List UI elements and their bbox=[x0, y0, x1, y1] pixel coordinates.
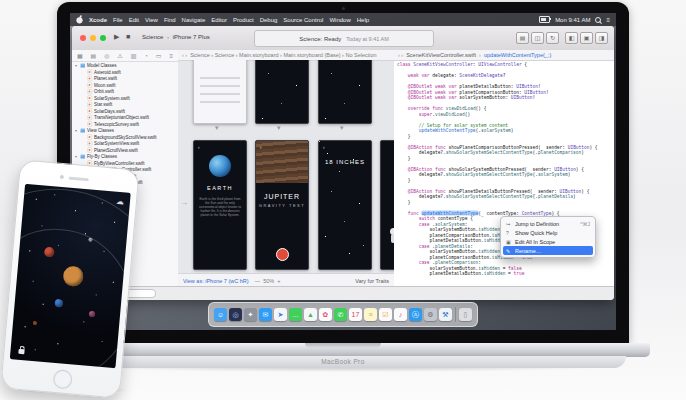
back-chevron-icon[interactable]: ‹ bbox=[323, 144, 325, 150]
storyboard-scene-measure[interactable]: ‹ 18 INCHES bbox=[318, 140, 372, 270]
action-menu-item[interactable]: ✎ Rename… bbox=[503, 246, 593, 255]
earth-title: EARTH bbox=[194, 185, 246, 191]
xcode-icon[interactable]: ⚒ bbox=[439, 308, 452, 321]
menubar-item[interactable]: Product bbox=[230, 17, 257, 23]
notification-center-icon[interactable]: ≡ bbox=[606, 17, 610, 23]
file-name: FlyByViewController.swift bbox=[94, 160, 144, 165]
navigator-tab-icon[interactable]: ◎ bbox=[104, 52, 109, 59]
navigator-tab-icon[interactable]: ▤ bbox=[91, 52, 97, 59]
storyboard-scene-partial-3[interactable] bbox=[318, 60, 372, 124]
notes-icon[interactable]: ≡ bbox=[364, 308, 377, 321]
menubar-item[interactable]: View bbox=[142, 17, 161, 23]
trash-icon[interactable]: ▯ bbox=[459, 308, 472, 321]
menubar-status-area: Mon 9:41 AM ≡ bbox=[539, 16, 610, 23]
file-name: SolarSystem.swift bbox=[94, 95, 130, 100]
ib-breadcrumb[interactable]: Science › Science › Main.storyboard › Ma… bbox=[190, 52, 376, 58]
messages-icon[interactable]: … bbox=[289, 308, 302, 321]
menubar-item[interactable]: Navigate bbox=[179, 17, 209, 23]
breadcrumb-separator-icon: › bbox=[479, 52, 481, 58]
storyboard-scene-partial-2[interactable] bbox=[255, 60, 309, 124]
file-name: Moon.swift bbox=[94, 82, 116, 87]
menubar-item[interactable]: File bbox=[110, 17, 126, 23]
interface-builder: ‹ › Science › Science › Main.storyboard … bbox=[178, 50, 395, 287]
macbook-lid-notch bbox=[305, 343, 381, 348]
stop-button[interactable]: ■ bbox=[126, 33, 130, 40]
vary-for-traits-button[interactable]: Vary for Traits bbox=[355, 278, 389, 284]
disclosure-triangle-icon[interactable]: ▾ bbox=[75, 63, 79, 68]
safari-icon[interactable]: ➤ bbox=[274, 308, 287, 321]
finder-icon[interactable]: ☺ bbox=[214, 308, 227, 321]
mail-icon[interactable]: ✉ bbox=[259, 308, 272, 321]
menubar-item[interactable]: Editor bbox=[208, 17, 230, 23]
record-button[interactable] bbox=[276, 248, 289, 261]
zoom-out-button[interactable]: — bbox=[255, 278, 261, 284]
action-menu-item[interactable]: ? Show Quick Help bbox=[503, 228, 593, 237]
back-chevron-icon[interactable]: ‹ bbox=[198, 144, 200, 150]
navigator-tab-icon[interactable]: ▥ bbox=[131, 52, 137, 59]
minimize-button[interactable] bbox=[90, 35, 96, 41]
itunes-icon[interactable]: ♪ bbox=[394, 308, 407, 321]
editor-mode-button[interactable]: ▤ bbox=[516, 32, 529, 44]
symbol-breadcrumb[interactable]: updateWithContentType(_:) bbox=[484, 52, 551, 58]
action-menu-item[interactable]: ↪ Jump to Definition ^⌘J bbox=[503, 219, 593, 228]
spotlight-icon[interactable] bbox=[595, 17, 601, 23]
file-icon bbox=[88, 95, 93, 100]
menubar-clock[interactable]: Mon 9:41 AM bbox=[555, 17, 590, 23]
jump-nav-arrows-icon[interactable]: ‹ › bbox=[398, 52, 403, 58]
apple-menu-icon[interactable] bbox=[76, 15, 83, 24]
storyboard-scene-earth[interactable]: ‹ EARTH Earth is the third planet from t… bbox=[193, 140, 247, 270]
menubar-item[interactable]: Xcode bbox=[86, 17, 110, 23]
fullscreen-button[interactable] bbox=[100, 35, 106, 41]
run-button[interactable]: ▶ bbox=[114, 33, 119, 41]
panel-toggle-button[interactable]: ◨ bbox=[595, 32, 608, 44]
storyboard-canvas[interactable]: ▾ ▾ ▾ → ‹ EARTH Earth is the third plane… bbox=[178, 60, 394, 274]
menubar-item[interactable]: Edit bbox=[126, 17, 142, 23]
appstore-icon[interactable]: Ⓐ bbox=[409, 308, 422, 321]
iphone-screen[interactable]: ☁ bbox=[10, 184, 131, 369]
action-item-label: Show Quick Help bbox=[515, 230, 557, 236]
navigator-tab-icon[interactable]: ▭ bbox=[156, 52, 162, 59]
siri-icon[interactable]: ◎ bbox=[229, 308, 242, 321]
close-button[interactable] bbox=[80, 35, 86, 41]
navigator-tab-icon[interactable]: ⚠ bbox=[117, 52, 122, 59]
menubar-item[interactable]: Help bbox=[354, 17, 372, 23]
facetime-icon[interactable]: ✆ bbox=[334, 308, 347, 321]
menubar-item[interactable]: Debug bbox=[257, 17, 281, 23]
storyboard-scene-partial-1[interactable] bbox=[193, 60, 247, 124]
action-menu-item[interactable]: ▣ Edit All In Scope bbox=[503, 237, 593, 246]
menubar-item[interactable]: Source Control bbox=[280, 17, 326, 23]
reminders-icon[interactable]: ☑ bbox=[379, 308, 392, 321]
launchpad-icon[interactable]: ✦ bbox=[244, 308, 257, 321]
calendar-icon[interactable]: 17 bbox=[349, 308, 362, 321]
navigator-tab-icon[interactable]: ◔ bbox=[144, 53, 148, 59]
navigator-tab-icon[interactable]: ≡ bbox=[169, 53, 173, 59]
jump-nav-arrows-icon[interactable]: ‹ › bbox=[182, 52, 187, 58]
panel-toggle-button[interactable]: ◧ bbox=[565, 32, 578, 44]
disclosure-triangle-icon[interactable]: ▾ bbox=[75, 154, 79, 159]
scheme-selector[interactable]: Science › iPhone 7 Plus bbox=[142, 34, 210, 40]
back-chevron-icon[interactable]: ‹ bbox=[260, 144, 262, 150]
panel-toggle-button[interactable]: ▣ bbox=[580, 32, 593, 44]
photos-icon[interactable]: ✿ bbox=[319, 308, 332, 321]
action-item-label: Jump to Definition bbox=[515, 221, 559, 227]
file-breadcrumb[interactable]: SceneKitViewController.swift bbox=[406, 52, 476, 58]
editor-mode-button[interactable]: ↻ bbox=[546, 32, 559, 44]
disclosure-triangle-icon[interactable]: ▾ bbox=[75, 128, 79, 133]
cloud-icon[interactable]: ☁ bbox=[116, 197, 125, 207]
editor-mode-button[interactable]: ◫ bbox=[531, 32, 544, 44]
dock-separator bbox=[455, 307, 456, 322]
storyboard-scene-partial-4[interactable] bbox=[380, 140, 394, 270]
macbook-base bbox=[36, 343, 650, 357]
file-name: Model Classes bbox=[87, 63, 117, 68]
menubar-item[interactable]: Find bbox=[161, 17, 179, 23]
menubar-item[interactable]: Window bbox=[326, 17, 353, 23]
view-as-control[interactable]: View as: iPhone 7 (wC hR) bbox=[183, 278, 249, 284]
zoom-in-button[interactable]: + bbox=[277, 278, 280, 284]
segue-arrow-icon: ▾ bbox=[215, 124, 219, 132]
storyboard-scene-jupiter[interactable]: ‹ JUPITER GRAVITY TEST bbox=[255, 140, 309, 270]
action-item-label: Rename… bbox=[515, 248, 541, 254]
system-preferences-icon[interactable]: ⚙ bbox=[424, 308, 437, 321]
navigator-tab-icon[interactable]: ▦ bbox=[77, 52, 83, 59]
maps-icon[interactable]: ▲ bbox=[304, 308, 317, 321]
file-icon bbox=[81, 128, 86, 132]
